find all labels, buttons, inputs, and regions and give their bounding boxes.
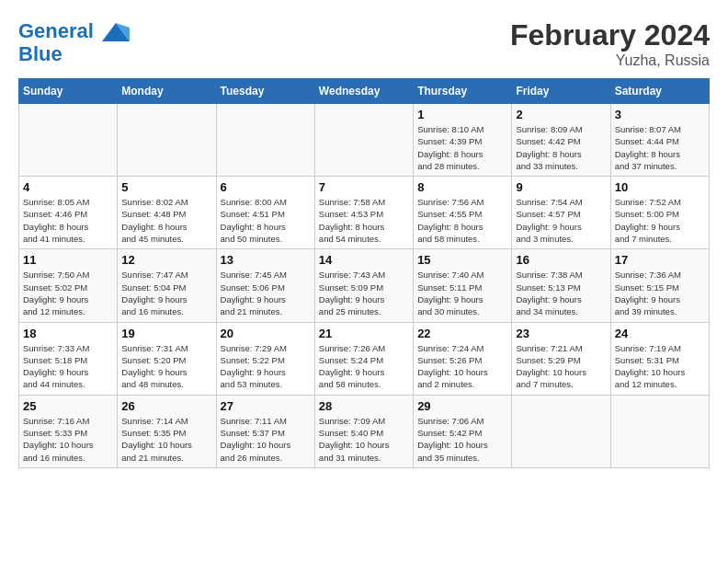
day-number: 27 [221,399,311,413]
calendar-week-row: 18Sunrise: 7:33 AM Sunset: 5:18 PM Dayli… [19,322,710,395]
day-number: 13 [221,253,311,267]
table-row: 26Sunrise: 7:14 AM Sunset: 5:35 PM Dayli… [118,395,216,467]
day-info: Sunrise: 7:19 AM Sunset: 5:31 PM Dayligh… [615,342,705,391]
table-row: 16Sunrise: 7:38 AM Sunset: 5:13 PM Dayli… [512,249,610,322]
day-info: Sunrise: 7:50 AM Sunset: 5:02 PM Dayligh… [23,269,113,317]
header: General Blue February 2024 Yuzha, Russia [18,18,710,69]
table-row: 1Sunrise: 8:10 AM Sunset: 4:39 PM Daylig… [414,104,512,177]
day-info: Sunrise: 7:24 AM Sunset: 5:26 PM Dayligh… [417,342,507,391]
table-row [512,395,610,467]
day-info: Sunrise: 8:09 AM Sunset: 4:42 PM Dayligh… [516,123,606,172]
col-thursday: Thursday [414,79,512,104]
day-number: 23 [516,327,606,340]
table-row: 22Sunrise: 7:24 AM Sunset: 5:26 PM Dayli… [414,322,512,395]
table-row: 19Sunrise: 7:31 AM Sunset: 5:20 PM Dayli… [118,322,216,395]
title-block: February 2024 Yuzha, Russia [510,18,710,69]
main-title: February 2024 [510,18,710,52]
day-number: 10 [615,180,705,194]
day-info: Sunrise: 7:38 AM Sunset: 5:13 PM Dayligh… [516,269,606,317]
table-row [118,104,216,177]
table-row: 7Sunrise: 7:58 AM Sunset: 4:53 PM Daylig… [314,177,413,249]
day-info: Sunrise: 7:54 AM Sunset: 4:57 PM Dayligh… [516,196,606,245]
table-row [216,104,314,177]
sub-title: Yuzha, Russia [510,52,710,69]
day-info: Sunrise: 7:14 AM Sunset: 5:35 PM Dayligh… [121,415,211,464]
day-number: 5 [121,180,211,194]
table-row [314,104,413,177]
day-info: Sunrise: 7:40 AM Sunset: 5:11 PM Dayligh… [417,269,507,317]
table-row: 14Sunrise: 7:43 AM Sunset: 5:09 PM Dayli… [314,249,413,322]
day-info: Sunrise: 8:05 AM Sunset: 4:46 PM Dayligh… [23,196,113,245]
day-info: Sunrise: 7:33 AM Sunset: 5:18 PM Dayligh… [23,342,113,391]
day-number: 7 [319,180,409,194]
col-monday: Monday [118,79,216,104]
calendar-body: 1Sunrise: 8:10 AM Sunset: 4:39 PM Daylig… [19,104,710,468]
day-info: Sunrise: 7:21 AM Sunset: 5:29 PM Dayligh… [516,342,606,391]
day-number: 1 [417,108,507,121]
day-number: 26 [121,399,211,413]
day-number: 29 [417,399,507,413]
day-number: 8 [417,180,507,194]
logo-icon [102,18,130,46]
calendar-week-row: 1Sunrise: 8:10 AM Sunset: 4:39 PM Daylig… [19,104,710,177]
col-wednesday: Wednesday [314,79,413,104]
day-info: Sunrise: 7:47 AM Sunset: 5:04 PM Dayligh… [121,269,211,317]
table-row: 11Sunrise: 7:50 AM Sunset: 5:02 PM Dayli… [19,249,118,322]
table-row: 25Sunrise: 7:16 AM Sunset: 5:33 PM Dayli… [19,395,118,467]
table-row: 21Sunrise: 7:26 AM Sunset: 5:24 PM Dayli… [314,322,413,395]
table-row: 2Sunrise: 8:09 AM Sunset: 4:42 PM Daylig… [512,104,610,177]
day-info: Sunrise: 7:06 AM Sunset: 5:42 PM Dayligh… [417,415,507,464]
table-row: 13Sunrise: 7:45 AM Sunset: 5:06 PM Dayli… [216,249,314,322]
day-info: Sunrise: 8:10 AM Sunset: 4:39 PM Dayligh… [417,123,507,172]
day-number: 16 [516,253,606,267]
day-number: 3 [615,108,705,121]
day-number: 18 [23,327,113,340]
table-row: 29Sunrise: 7:06 AM Sunset: 5:42 PM Dayli… [414,395,512,467]
day-info: Sunrise: 7:31 AM Sunset: 5:20 PM Dayligh… [121,342,211,391]
day-info: Sunrise: 7:52 AM Sunset: 5:00 PM Dayligh… [615,196,705,245]
day-number: 21 [319,327,409,340]
table-row: 20Sunrise: 7:29 AM Sunset: 5:22 PM Dayli… [216,322,314,395]
calendar-week-row: 4Sunrise: 8:05 AM Sunset: 4:46 PM Daylig… [19,177,710,249]
day-info: Sunrise: 7:16 AM Sunset: 5:33 PM Dayligh… [23,415,113,464]
calendar-header-row: Sunday Monday Tuesday Wednesday Thursday… [19,79,710,104]
day-number: 14 [319,253,409,267]
day-info: Sunrise: 7:11 AM Sunset: 5:37 PM Dayligh… [221,415,311,464]
day-info: Sunrise: 7:36 AM Sunset: 5:15 PM Dayligh… [615,269,705,317]
table-row: 10Sunrise: 7:52 AM Sunset: 5:00 PM Dayli… [610,177,709,249]
col-sunday: Sunday [19,79,118,104]
logo: General Blue [18,18,130,66]
day-info: Sunrise: 7:56 AM Sunset: 4:55 PM Dayligh… [417,196,507,245]
day-number: 9 [516,180,606,194]
table-row: 27Sunrise: 7:11 AM Sunset: 5:37 PM Dayli… [216,395,314,467]
day-number: 24 [615,327,705,340]
table-row: 15Sunrise: 7:40 AM Sunset: 5:11 PM Dayli… [414,249,512,322]
table-row: 9Sunrise: 7:54 AM Sunset: 4:57 PM Daylig… [512,177,610,249]
day-number: 17 [615,253,705,267]
day-number: 25 [23,399,113,413]
table-row: 8Sunrise: 7:56 AM Sunset: 4:55 PM Daylig… [414,177,512,249]
calendar-week-row: 11Sunrise: 7:50 AM Sunset: 5:02 PM Dayli… [19,249,710,322]
calendar-table: Sunday Monday Tuesday Wednesday Thursday… [18,78,710,468]
table-row: 12Sunrise: 7:47 AM Sunset: 5:04 PM Dayli… [118,249,216,322]
day-number: 4 [23,180,113,194]
day-number: 28 [319,399,409,413]
day-info: Sunrise: 7:58 AM Sunset: 4:53 PM Dayligh… [319,196,409,245]
day-info: Sunrise: 7:26 AM Sunset: 5:24 PM Dayligh… [319,342,409,391]
col-friday: Friday [512,79,610,104]
table-row [610,395,709,467]
day-number: 15 [417,253,507,267]
col-saturday: Saturday [610,79,709,104]
day-number: 11 [23,253,113,267]
day-number: 2 [516,108,606,121]
table-row: 3Sunrise: 8:07 AM Sunset: 4:44 PM Daylig… [610,104,709,177]
day-info: Sunrise: 8:00 AM Sunset: 4:51 PM Dayligh… [221,196,311,245]
day-number: 19 [121,327,211,340]
table-row: 4Sunrise: 8:05 AM Sunset: 4:46 PM Daylig… [19,177,118,249]
col-tuesday: Tuesday [216,79,314,104]
day-info: Sunrise: 7:09 AM Sunset: 5:40 PM Dayligh… [319,415,409,464]
table-row: 5Sunrise: 8:02 AM Sunset: 4:48 PM Daylig… [118,177,216,249]
table-row: 24Sunrise: 7:19 AM Sunset: 5:31 PM Dayli… [610,322,709,395]
day-number: 12 [121,253,211,267]
day-number: 6 [221,180,311,194]
